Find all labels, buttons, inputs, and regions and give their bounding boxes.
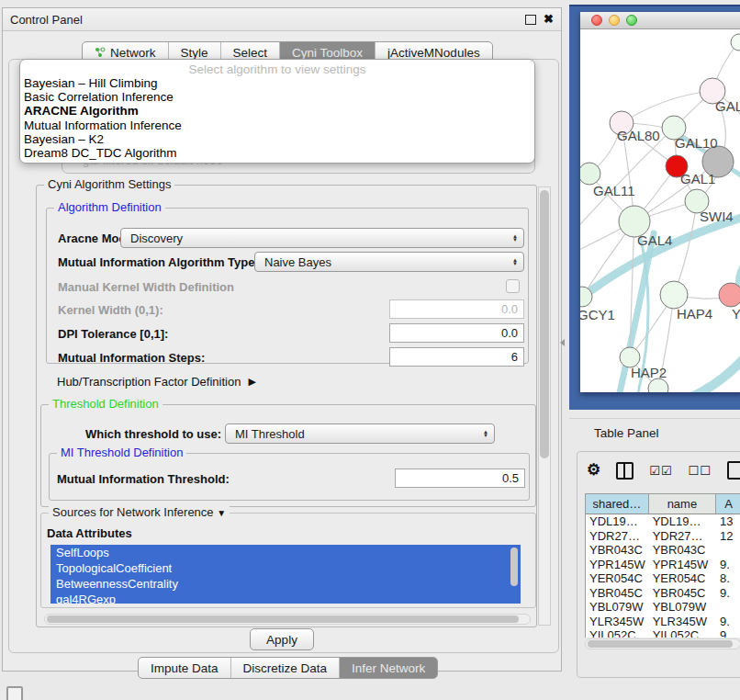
table-row[interactable]: YBR045CYBR045C9. bbox=[586, 586, 740, 601]
mi-type-combo[interactable]: Naive Bayes ▲▼ bbox=[254, 252, 524, 272]
kernel-width-field[interactable]: 0.0 bbox=[389, 299, 524, 319]
dpi-tolerance-field[interactable]: 0.0 bbox=[389, 323, 524, 343]
threshold-definition-title: Threshold Definition bbox=[49, 398, 163, 411]
table-row[interactable]: YER054CYER054C8. bbox=[586, 571, 740, 586]
mi-threshold-value: 0.5 bbox=[502, 471, 519, 485]
mi-threshold-label: Mutual Information Threshold: bbox=[57, 472, 230, 486]
combo-stepper-icon: ▲▼ bbox=[483, 430, 488, 438]
control-panel-title: Control Panel bbox=[10, 13, 83, 27]
mi-threshold-field[interactable]: 0.5 bbox=[395, 469, 525, 488]
table-hscroll-thumb[interactable] bbox=[588, 640, 733, 648]
manual-kernel-checkbox[interactable] bbox=[506, 279, 520, 293]
network-graph[interactable]: GALGAL80GAL10GAL1GAL11SWI4GAL4GCY1HAP4YH… bbox=[580, 29, 740, 392]
network-canvas[interactable]: GALGAL80GAL10GAL1GAL11SWI4GAL4GCY1HAP4YH… bbox=[580, 29, 740, 392]
table-cell: 9. bbox=[716, 586, 740, 601]
cyni-bottom-tabs: Impute DataDiscretize DataInfer Network bbox=[138, 657, 438, 679]
close-window-icon[interactable] bbox=[591, 15, 602, 26]
tab-label: Impute Data bbox=[151, 661, 219, 675]
algorithm-option-dream8-dc-tdc-algorithm[interactable]: Dream8 DC_TDC Algorithm bbox=[20, 146, 534, 160]
aracne-mode-combo[interactable]: Discovery ▲▼ bbox=[120, 228, 524, 248]
attribute-item-topologicalcoefficient[interactable]: TopologicalCoefficient bbox=[50, 560, 521, 576]
algorithm-option-aracne-algorithm[interactable]: ARACNE Algorithm bbox=[20, 104, 534, 118]
hub-expand-arrow-icon[interactable]: ▶ bbox=[248, 376, 255, 388]
table-cell: YPR145W bbox=[586, 558, 649, 572]
tab-label: Network bbox=[110, 46, 156, 60]
settings-vscrollbar[interactable] bbox=[538, 186, 551, 626]
control-panel-titlebar: Control Panel ✖ bbox=[3, 8, 561, 31]
algorithm-option-bayesian-k2[interactable]: Bayesian – K2 bbox=[20, 132, 534, 146]
tab-infer-network[interactable]: Infer Network bbox=[340, 658, 437, 678]
algorithm-option-mutual-information-inference[interactable]: Mutual Information Inference bbox=[20, 119, 534, 132]
sources-collapse-arrow-icon[interactable]: ▼ bbox=[217, 508, 226, 518]
node-edge-cut[interactable] bbox=[731, 34, 740, 51]
settings-hscrollbar[interactable] bbox=[44, 614, 531, 625]
node-gal11[interactable] bbox=[580, 163, 600, 185]
split-divider-handle[interactable] bbox=[560, 339, 565, 346]
select-all-checkboxes-icon[interactable]: ☑☑ bbox=[649, 464, 672, 478]
tab-label: Select bbox=[233, 46, 268, 60]
node-hap4[interactable] bbox=[660, 281, 688, 309]
which-threshold-combo[interactable]: MI Threshold ▲▼ bbox=[225, 423, 495, 444]
algorithm-dropdown-popup: Select algorithm to view settings Bayesi… bbox=[19, 59, 535, 164]
table-row[interactable]: YPR145WYPR145W9. bbox=[586, 558, 740, 572]
algorithm-definition-title: Algorithm Definition bbox=[54, 201, 165, 214]
node-attribute-table[interactable]: shared…nameA YDL19…YDL19…13YDR27…YDR27…1… bbox=[585, 493, 740, 638]
column-header-shared[interactable]: shared… bbox=[586, 494, 649, 514]
minimized-panel-icon[interactable] bbox=[6, 686, 23, 700]
algorithm-option-basic-correlation-inference[interactable]: Basic Correlation Inference bbox=[20, 90, 534, 104]
threshold-definition-group: Threshold Definition Which threshold to … bbox=[40, 404, 536, 507]
apply-button[interactable]: Apply bbox=[250, 628, 314, 650]
table-row[interactable]: YBR043CYBR043C bbox=[586, 543, 740, 558]
table-row[interactable]: YIL052CYIL052C9. bbox=[586, 628, 740, 638]
data-attributes-list[interactable]: SelfLoopsTopologicalCoefficientBetweenne… bbox=[50, 545, 521, 604]
tab-impute-data[interactable]: Impute Data bbox=[139, 658, 231, 678]
data-attributes-label: Data Attributes bbox=[47, 526, 132, 540]
split-columns-icon[interactable] bbox=[616, 462, 633, 480]
node-label-hap4: HAP4 bbox=[677, 306, 712, 322]
minimize-window-icon[interactable] bbox=[609, 15, 620, 26]
hub-definition-row[interactable]: Hub/Transcription Factor Definition ▶ bbox=[57, 375, 256, 389]
close-panel-icon[interactable]: ✖ bbox=[544, 15, 554, 24]
settings-vscroll-thumb[interactable] bbox=[540, 190, 549, 458]
table-body: YDL19…YDL19…13YDR27…YDR27…12YBR043CYBR04… bbox=[586, 514, 740, 638]
combo-stepper-icon: ▲▼ bbox=[512, 258, 518, 266]
table-hscrollbar[interactable] bbox=[585, 638, 740, 649]
table-cell: 12 bbox=[716, 529, 740, 544]
deselect-checkboxes-icon[interactable]: ☐☐ bbox=[689, 464, 712, 478]
mi-threshold-group-title: MI Threshold Definition bbox=[57, 446, 186, 459]
attributes-scrollbar[interactable] bbox=[510, 548, 518, 586]
table-row[interactable]: YDL19…YDL19…13 bbox=[586, 514, 740, 529]
table-function-icon[interactable] bbox=[727, 461, 740, 480]
column-header-a[interactable]: A bbox=[716, 494, 740, 514]
attribute-item-selfloops[interactable]: SelfLoops bbox=[50, 545, 521, 560]
mi-steps-field[interactable]: 6 bbox=[389, 347, 524, 367]
table-row[interactable]: YDR27…YDR27…12 bbox=[586, 529, 740, 544]
table-cell: YBR045C bbox=[586, 586, 649, 601]
node-label-y: Y bbox=[732, 306, 740, 322]
settings-gear-icon[interactable]: ⚙ bbox=[587, 462, 600, 479]
table-cell: 8. bbox=[716, 571, 740, 586]
table-cell bbox=[716, 543, 740, 558]
cyni-algorithm-settings-group: Cyni Algorithm Settings Algorithm Defini… bbox=[36, 185, 537, 627]
network-edge-highlighted[interactable] bbox=[687, 342, 740, 392]
table-row[interactable]: YLR345WYLR345W9. bbox=[586, 615, 740, 629]
table-cell: YBR043C bbox=[586, 543, 649, 558]
settings-hscroll-thumb[interactable] bbox=[47, 615, 519, 623]
sources-group: Sources for Network Inference ▼ Data Att… bbox=[40, 513, 536, 608]
algorithm-option-bayesian-hill-climbing[interactable]: Bayesian – Hill Climbing bbox=[20, 76, 534, 90]
attribute-item-gal4rgexp[interactable]: gal4RGexp bbox=[50, 592, 521, 604]
table-row[interactable]: YBL079WYBL079W bbox=[586, 600, 740, 615]
attribute-item-betweennesscentrality[interactable]: BetweennessCentrality bbox=[50, 576, 521, 592]
network-window-titlebar bbox=[580, 12, 740, 29]
table-cell: YDR27… bbox=[649, 529, 716, 544]
float-panel-icon[interactable] bbox=[525, 15, 536, 25]
table-cell: YDL19… bbox=[586, 514, 649, 529]
network-edge[interactable] bbox=[674, 201, 697, 295]
network-view-window[interactable]: GALGAL80GAL10GAL1GAL11SWI4GAL4GCY1HAP4YH… bbox=[580, 12, 740, 392]
kernel-width-value: 0.0 bbox=[501, 302, 518, 316]
node-salmon[interactable] bbox=[719, 283, 740, 307]
column-header-name[interactable]: name bbox=[649, 494, 716, 514]
zoom-window-icon[interactable] bbox=[626, 15, 637, 26]
table-panel: ⚙ ☑☑ ☐☐ shared…nameA YDL19…YDL19…13YDR27… bbox=[577, 451, 740, 678]
tab-discretize-data[interactable]: Discretize Data bbox=[231, 658, 341, 678]
